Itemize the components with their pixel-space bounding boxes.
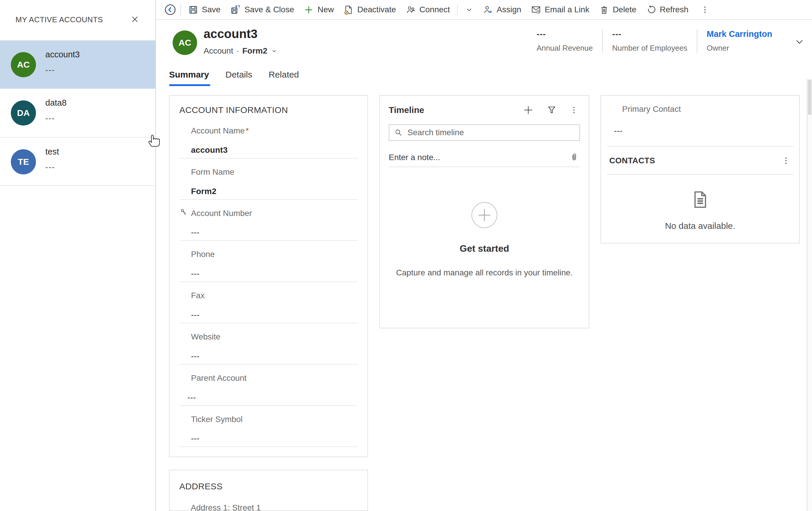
refresh-icon xyxy=(646,5,656,15)
sidebar-title: MY ACTIVE ACCOUNTS xyxy=(16,15,103,24)
tab-summary[interactable]: Summary xyxy=(169,70,209,86)
form-selector-chevron-icon[interactable] xyxy=(270,48,278,54)
record-name: data8 xyxy=(45,98,67,108)
field-website[interactable]: Website --- xyxy=(179,323,358,365)
field-parent-account[interactable]: Parent Account --- xyxy=(179,365,358,406)
contacts-section: Primary Contact --- CONTACTS No data ava… xyxy=(601,95,800,244)
field-value[interactable]: --- xyxy=(191,310,358,320)
header-expand-chevron-icon[interactable] xyxy=(794,37,804,48)
sidebar-header: MY ACTIVE ACCOUNTS xyxy=(0,0,155,40)
email-icon xyxy=(531,5,541,15)
contacts-more-icon[interactable] xyxy=(782,156,790,165)
employees-label: Number of Employees xyxy=(612,44,687,53)
main-scrollbar[interactable] xyxy=(807,79,812,511)
number-of-employees-field[interactable]: --- Number of Employees xyxy=(603,29,697,53)
divider xyxy=(607,174,793,175)
vertical-ellipsis-icon xyxy=(701,5,709,14)
toolbar-divider xyxy=(457,4,458,16)
separator-dot: · xyxy=(236,46,239,56)
connect-button[interactable]: Connect xyxy=(401,1,455,18)
save-and-close-button[interactable]: Save & Close xyxy=(226,1,299,18)
email-a-link-button[interactable]: Email a Link xyxy=(526,1,594,18)
timeline-more-icon[interactable] xyxy=(570,106,578,114)
primary-contact-value[interactable]: --- xyxy=(614,126,799,136)
field-account-name[interactable]: Account Name* account3 xyxy=(179,117,358,159)
tab-details[interactable]: Details xyxy=(226,70,253,86)
owner-link[interactable]: Mark Carrington xyxy=(707,29,772,39)
close-icon[interactable] xyxy=(128,13,141,26)
search-icon xyxy=(394,128,403,137)
connect-people-icon xyxy=(406,5,416,15)
active-tab-underline xyxy=(169,84,210,86)
command-bar-overflow-button[interactable] xyxy=(694,1,716,18)
deactivate-icon xyxy=(344,5,353,15)
form-tabs: Summary Details Related xyxy=(169,70,299,86)
timeline-filter-icon[interactable] xyxy=(547,105,557,115)
note-placeholder[interactable]: Enter a note... xyxy=(389,153,570,162)
field-ticker-symbol[interactable]: Ticker Symbol --- xyxy=(179,406,358,447)
address-section: ADDRESS Address 1: Street 1 xyxy=(169,470,368,511)
field-fax[interactable]: Fax --- xyxy=(179,282,358,323)
avatar: AC xyxy=(11,52,36,77)
deactivate-button[interactable]: Deactivate xyxy=(339,1,401,18)
save-button[interactable]: Save xyxy=(183,1,226,18)
no-data-message: No data available. xyxy=(601,221,799,231)
scrollbar-thumb[interactable] xyxy=(808,80,811,115)
save-and-close-icon xyxy=(231,5,241,15)
divider xyxy=(607,146,793,147)
field-value[interactable]: --- xyxy=(191,434,358,443)
record-entity-type: Account xyxy=(204,46,233,56)
form-selector[interactable]: Form2 xyxy=(242,46,268,56)
field-form-name[interactable]: Form Name Form2 xyxy=(179,159,358,200)
field-value[interactable]: account3 xyxy=(191,145,358,155)
annual-revenue-label: Annual Revenue xyxy=(537,44,593,53)
employees-value: --- xyxy=(612,29,687,39)
avatar: TE xyxy=(11,149,36,174)
list-divider xyxy=(0,185,155,186)
sidebar-record-data8[interactable]: DA data8 --- xyxy=(0,89,155,137)
delete-button[interactable]: Delete xyxy=(594,1,641,18)
field-value[interactable]: --- xyxy=(191,228,358,237)
field-value[interactable]: --- xyxy=(191,351,358,361)
timeline-search-input[interactable] xyxy=(407,128,575,137)
record-title: account3 xyxy=(204,27,257,41)
field-value[interactable]: Form2 xyxy=(191,187,358,196)
record-set-sidebar: MY ACTIVE ACCOUNTS AC account3 --- DA da… xyxy=(0,0,156,511)
contacts-subgrid-title: CONTACTS xyxy=(609,156,782,165)
paperclip-icon[interactable] xyxy=(570,153,580,162)
note-entry-row[interactable]: Enter a note... xyxy=(389,148,580,167)
field-value[interactable]: --- xyxy=(191,269,358,278)
tab-related[interactable]: Related xyxy=(268,70,299,86)
new-button[interactable]: New xyxy=(299,1,339,18)
main-panel: Save Save & Close New xyxy=(156,0,812,511)
timeline-add-icon[interactable] xyxy=(523,105,534,116)
refresh-button[interactable]: Refresh xyxy=(641,1,694,18)
get-started-caption: Capture and manage all records in your t… xyxy=(389,268,580,278)
key-lock-icon xyxy=(180,208,188,218)
timeline-search-box[interactable] xyxy=(389,124,580,141)
plus-icon xyxy=(304,5,314,15)
field-account-number[interactable]: Account Number --- xyxy=(179,200,358,241)
record-secondary: --- xyxy=(45,65,55,75)
sidebar-record-account3[interactable]: AC account3 --- xyxy=(0,40,155,89)
assign-icon xyxy=(483,5,493,15)
record-secondary: --- xyxy=(45,163,55,172)
account-information-section: ACCOUNT INFORMATION Account Name* accoun… xyxy=(169,95,368,457)
timeline-title: Timeline xyxy=(389,105,523,115)
address-street1-label: Address 1: Street 1 xyxy=(191,503,358,511)
annual-revenue-field[interactable]: --- Annual Revenue xyxy=(527,29,602,53)
field-phone[interactable]: Phone --- xyxy=(179,241,358,282)
get-started-plus-icon[interactable] xyxy=(470,201,498,229)
back-button[interactable] xyxy=(162,2,178,18)
connect-overflow-chevron[interactable] xyxy=(460,1,478,18)
sidebar-record-test[interactable]: TE test --- xyxy=(0,137,155,185)
record-header: AC account3 Account · Form2 --- Annual R… xyxy=(156,21,812,64)
assign-button[interactable]: Assign xyxy=(478,1,526,18)
required-asterisk: * xyxy=(246,126,249,135)
field-value[interactable]: --- xyxy=(187,393,358,402)
record-name: account3 xyxy=(45,50,80,59)
command-bar: Save Save & Close New xyxy=(156,0,812,20)
timeline-section: Timeline Enter a note... xyxy=(379,95,589,329)
no-data-document-icon xyxy=(691,190,710,210)
owner-field[interactable]: Mark Carrington Owner xyxy=(697,29,782,53)
